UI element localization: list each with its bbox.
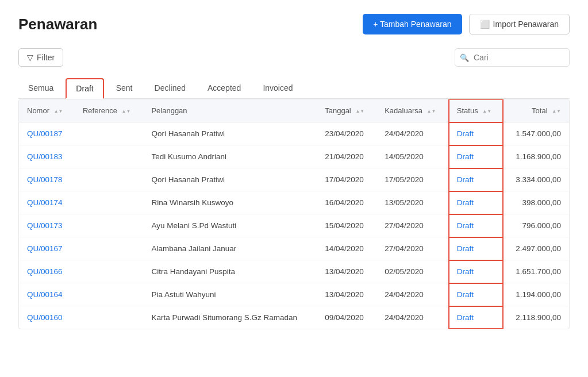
sort-arrows-reference: ▲▼ [122, 109, 131, 114]
cell-pelanggan: Tedi Kusumo Andriani [143, 145, 317, 168]
status-badge: Draft [457, 152, 474, 161]
tab-sent[interactable]: Sent [106, 78, 143, 98]
cell-reference [75, 214, 143, 237]
cell-total: 3.334.000,00 [503, 168, 569, 191]
cell-total: 796.000,00 [503, 214, 569, 237]
status-badge: Draft [457, 221, 474, 230]
table-row: QU/00164 Pia Astuti Wahyuni 13/04/2020 2… [19, 283, 569, 306]
cell-kadaluarsa: 17/05/2020 [376, 168, 449, 191]
cell-nomor: QU/00166 [19, 260, 75, 283]
table-wrapper: Nomor ▲▼ Reference ▲▼ Pelanggan Tanggal … [18, 99, 570, 329]
cell-nomor: QU/00187 [19, 122, 75, 145]
nomor-link[interactable]: QU/00160 [27, 313, 63, 322]
page-title: Penawaran [18, 16, 97, 33]
cell-nomor: QU/00178 [19, 168, 75, 191]
cell-kadaluarsa: 24/04/2020 [376, 122, 449, 145]
cell-pelanggan: Karta Purwadi Situmorang S.Gz Ramadan [143, 306, 317, 329]
th-tanggal[interactable]: Tanggal ▲▼ [317, 99, 376, 122]
cell-total: 1.547.000,00 [503, 122, 569, 145]
nomor-link[interactable]: QU/00178 [27, 175, 63, 184]
table-row: QU/00173 Ayu Melani S.Pd Wastuti 15/04/2… [19, 214, 569, 237]
status-badge: Draft [457, 313, 474, 322]
cell-status: Draft [449, 306, 504, 329]
th-status[interactable]: Status ▲▼ [449, 99, 504, 122]
tab-invoiced[interactable]: Invoiced [253, 78, 302, 98]
table-row: QU/00183 Tedi Kusumo Andriani 21/04/2020… [19, 145, 569, 168]
cell-pelanggan: Rina Winarsih Kuswoyo [143, 191, 317, 214]
th-pelanggan[interactable]: Pelanggan [143, 99, 317, 122]
cell-nomor: QU/00164 [19, 283, 75, 306]
status-badge: Draft [457, 198, 474, 207]
table-row: QU/00187 Qori Hasanah Pratiwi 23/04/2020… [19, 122, 569, 145]
sort-arrows-status: ▲▼ [482, 109, 491, 114]
cell-kadaluarsa: 13/05/2020 [376, 191, 449, 214]
import-penawaran-button[interactable]: ⬜ Import Penawaran [469, 14, 570, 34]
cell-reference [75, 168, 143, 191]
cell-tanggal: 17/04/2020 [317, 168, 376, 191]
cell-tanggal: 16/04/2020 [317, 191, 376, 214]
cell-kadaluarsa: 24/04/2020 [376, 306, 449, 329]
status-badge: Draft [457, 175, 474, 184]
cell-kadaluarsa: 24/04/2020 [376, 283, 449, 306]
cell-kadaluarsa: 27/04/2020 [376, 237, 449, 260]
cell-total: 2.497.000,00 [503, 237, 569, 260]
nomor-link[interactable]: QU/00187 [27, 129, 63, 138]
tab-semua[interactable]: Semua [18, 78, 63, 98]
nomor-link[interactable]: QU/00174 [27, 198, 63, 207]
cell-total: 2.118.900,00 [503, 306, 569, 329]
cell-tanggal: 09/04/2020 [317, 306, 376, 329]
search-icon: 🔍 [460, 53, 469, 62]
cell-pelanggan: Alambana Jailani Januar [143, 237, 317, 260]
cell-tanggal: 13/04/2020 [317, 260, 376, 283]
table-row: QU/00166 Citra Handayani Puspita 13/04/2… [19, 260, 569, 283]
sort-arrows-tanggal: ▲▼ [355, 109, 364, 114]
cell-tanggal: 21/04/2020 [317, 145, 376, 168]
sort-arrows-total: ▲▼ [552, 109, 561, 114]
tab-declined[interactable]: Declined [145, 78, 195, 98]
search-box: 🔍 [455, 48, 570, 67]
tab-accepted[interactable]: Accepted [198, 78, 251, 98]
table-row: QU/00178 Qori Hasanah Pratiwi 17/04/2020… [19, 168, 569, 191]
penawaran-table: Nomor ▲▼ Reference ▲▼ Pelanggan Tanggal … [19, 99, 569, 329]
cell-reference [75, 306, 143, 329]
status-badge: Draft [457, 290, 474, 299]
nomor-link[interactable]: QU/00166 [27, 267, 63, 276]
th-kadaluarsa[interactable]: Kadaluarsa ▲▼ [376, 99, 449, 122]
cell-status: Draft [449, 214, 504, 237]
cell-status: Draft [449, 260, 504, 283]
status-badge: Draft [457, 129, 474, 138]
cell-pelanggan: Citra Handayani Puspita [143, 260, 317, 283]
th-total[interactable]: Total ▲▼ [503, 99, 569, 122]
cell-reference [75, 122, 143, 145]
nomor-link[interactable]: QU/00164 [27, 290, 63, 299]
cell-status: Draft [449, 237, 504, 260]
import-icon: ⬜ [480, 20, 490, 29]
cell-total: 1.168.900,00 [503, 145, 569, 168]
table-row: QU/00160 Karta Purwadi Situmorang S.Gz R… [19, 306, 569, 329]
table-row: QU/00167 Alambana Jailani Januar 14/04/2… [19, 237, 569, 260]
cell-reference [75, 260, 143, 283]
cell-reference [75, 237, 143, 260]
cell-kadaluarsa: 02/05/2020 [376, 260, 449, 283]
status-badge: Draft [457, 267, 474, 276]
page-header: Penawaran + Tambah Penawaran ⬜ Import Pe… [18, 14, 570, 34]
cell-status: Draft [449, 168, 504, 191]
search-input[interactable] [455, 48, 570, 67]
cell-pelanggan: Qori Hasanah Pratiwi [143, 168, 317, 191]
cell-tanggal: 15/04/2020 [317, 214, 376, 237]
table-row: QU/00174 Rina Winarsih Kuswoyo 16/04/202… [19, 191, 569, 214]
tab-draft[interactable]: Draft [66, 78, 103, 99]
sort-arrows-nomor: ▲▼ [54, 109, 63, 114]
th-reference[interactable]: Reference ▲▼ [75, 99, 143, 122]
nomor-link[interactable]: QU/00167 [27, 244, 63, 253]
cell-status: Draft [449, 122, 504, 145]
nomor-link[interactable]: QU/00173 [27, 221, 63, 230]
cell-nomor: QU/00173 [19, 214, 75, 237]
add-penawaran-button[interactable]: + Tambah Penawaran [363, 14, 462, 34]
th-nomor[interactable]: Nomor ▲▼ [19, 99, 75, 122]
cell-pelanggan: Qori Hasanah Pratiwi [143, 122, 317, 145]
nomor-link[interactable]: QU/00183 [27, 152, 63, 161]
cell-total: 1.651.700,00 [503, 260, 569, 283]
status-badge: Draft [457, 244, 474, 253]
filter-button[interactable]: ▽ Filter [18, 48, 63, 67]
